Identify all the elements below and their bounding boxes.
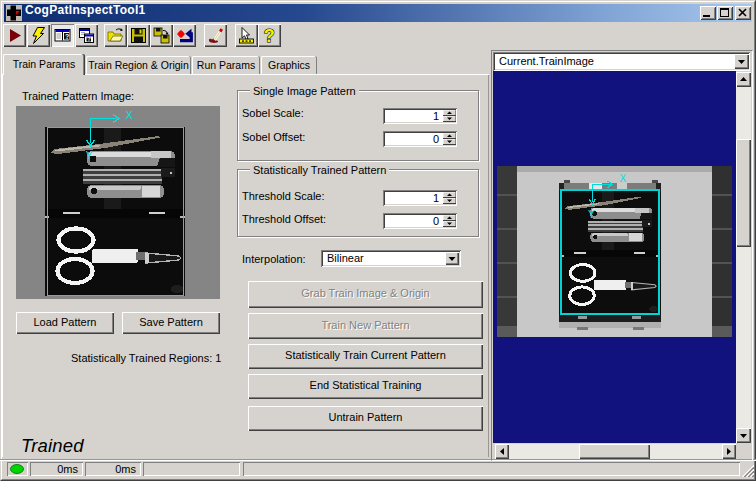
svg-text:Y: Y xyxy=(588,209,595,220)
svg-text:?: ? xyxy=(65,33,69,40)
svg-text:Y: Y xyxy=(86,149,94,161)
svg-text:?: ? xyxy=(264,27,275,44)
svg-text:X: X xyxy=(620,173,627,184)
svg-text:X: X xyxy=(126,109,134,121)
